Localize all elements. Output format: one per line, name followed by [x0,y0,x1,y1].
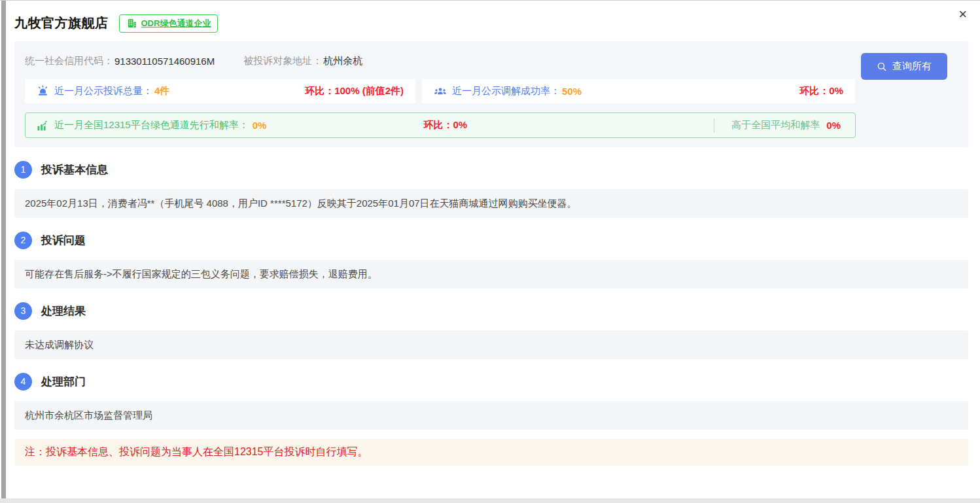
modal-header: 九牧官方旗舰店 ODR绿色通道企业 [0,1,980,36]
complaint-total-mom: 环比：100% (前值2件) [305,85,404,97]
section-1-header: 1 投诉基本信息 [14,160,966,179]
team-icon [434,85,447,98]
section-1-title: 投诉基本信息 [41,162,108,177]
credit-code-label: 统一社会信用代码： [25,55,113,67]
bottom-scrollbar[interactable] [0,498,980,503]
green-channel-compare: 高于全国平均和解率 0% [714,118,845,133]
green-channel-value: 0% [253,120,267,131]
trend-chart-icon [36,119,49,132]
close-icon[interactable]: × [958,7,967,22]
section-3-content: 未达成调解协议 [14,330,968,359]
section-4-number-badge: 4 [14,373,32,390]
vertical-divider [714,118,714,133]
section-2-header: 2 投诉问题 [14,231,966,249]
section-3-number-badge: 3 [14,302,32,320]
compare-label: 高于全国平均和解率 [731,119,820,131]
credit-code-value: 91330110571460916M [114,56,215,67]
complaint-total-value: 4件 [154,85,169,97]
section-3-header: 3 处理结果 [14,302,966,320]
compare-value: 0% [826,120,841,131]
green-channel-mom: 环比：0% [423,119,467,131]
section-4-content: 杭州市余杭区市场监督管理局 [14,401,968,430]
summary-panel: 统一社会信用代码： 91330110571460916M 被投诉对象地址： 杭州… [14,41,968,147]
green-channel-bar: 近一月全国12315平台绿色通道先行和解率： 0% 环比：0% 高于全国平均和解… [25,113,856,138]
stat-cards-row: 近一月公示投诉总量： 4件 环比：100% (前值2件) 近一月公示调解成功率：… [25,79,958,103]
mediation-rate-card: 近一月公示调解成功率： 50% 环比：0% [422,79,855,103]
green-channel-label: 近一月全国12315平台绿色通道先行和解率： [54,119,249,131]
section-2-title: 投诉问题 [41,233,86,248]
complaint-total-card: 近一月公示投诉总量： 4件 环比：100% (前值2件) [25,79,415,103]
query-all-button[interactable]: 查询所有 [861,53,947,80]
section-4-header: 4 处理部门 [14,372,966,390]
odr-green-channel-badge[interactable]: ODR绿色通道企业 [119,14,219,33]
section-1-number-badge: 1 [14,161,32,179]
search-icon [877,61,887,72]
mediation-rate-label: 近一月公示调解成功率： [452,85,560,97]
address-label: 被投诉对象地址： [243,55,322,67]
mediation-rate-mom: 环比：0% [799,85,843,97]
address-value: 杭州余杭 [323,55,362,67]
siren-icon [37,85,49,97]
section-2-content: 可能存在售后服务->不履行国家规定的三包义务问题，要求赔偿损失，退赔费用。 [14,260,968,288]
left-scrollbar[interactable] [1,1,6,499]
page-title: 九牧官方旗舰店 [14,14,109,32]
building-icon [126,18,137,29]
section-2-number-badge: 2 [14,232,32,249]
mediation-rate-value: 50% [562,86,582,97]
complaint-detail-modal: { "header": { "title": "九牧官方旗舰店", "badge… [0,0,980,503]
section-3-title: 处理结果 [41,304,86,319]
query-all-label: 查询所有 [892,60,932,73]
complaint-total-label: 近一月公示投诉总量： [54,85,152,97]
badge-label: ODR绿色通道企业 [141,18,211,29]
entity-info-row: 统一社会信用代码： 91330110571460916M 被投诉对象地址： 杭州… [25,53,958,69]
section-4-title: 处理部门 [41,374,86,389]
footer-note: 注：投诉基本信息、投诉问题为当事人在全国12315平台投诉时自行填写。 [14,439,968,466]
section-1-content: 2025年02月13日，消费者冯**（手机尾号 4088，用户ID ****51… [14,189,968,218]
